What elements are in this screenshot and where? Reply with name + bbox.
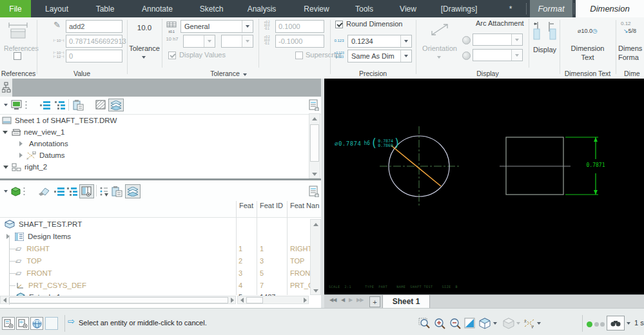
display-state-icon[interactable] [10, 99, 23, 111]
tab-layout[interactable]: Layout [45, 0, 68, 17]
override-value-input[interactable]: 0 [66, 50, 122, 62]
zoom-in-icon[interactable] [434, 318, 446, 330]
tree-columns-icon[interactable] [79, 184, 94, 198]
tab-sketch[interactable]: Sketch [200, 0, 224, 17]
last-sheet-button[interactable]: ▶▶ [356, 297, 363, 303]
drawing-canvas[interactable]: ⌀0.7874 h6 ( 0.78740.7869 ) 0.7871 SCALE… [324, 79, 644, 294]
tree-item-top[interactable]: ▱ TOP [0, 255, 42, 267]
nominal-value-input[interactable]: 0.7871456692913 [66, 35, 122, 48]
tree-item-annotations[interactable]: Annotations [0, 138, 68, 149]
height-dimension[interactable]: 0.7871 [581, 162, 610, 168]
override-value-checkbox[interactable] [14, 52, 21, 60]
collapse-all-icon[interactable] [53, 185, 66, 198]
datum-display-icon[interactable]: xy [523, 318, 536, 329]
minus-tolerance-input[interactable]: -0.1000 [275, 35, 324, 48]
tab-review[interactable]: Review [304, 0, 329, 17]
tree-options-caret[interactable] [4, 104, 8, 106]
tree-item-design-items[interactable]: Design Items [0, 231, 71, 242]
tree-settings-icon[interactable] [307, 99, 320, 111]
round-dimension-checkbox[interactable] [335, 21, 343, 28]
tab-drawings[interactable]: [Drawings] [441, 0, 478, 17]
navigator-tab[interactable] [0, 79, 12, 97]
tab-tools[interactable]: Tools [355, 0, 373, 17]
collapsed-icon[interactable] [19, 141, 23, 146]
tree-scrollbar[interactable] [309, 113, 320, 178]
column-header-feat-name[interactable]: Feat Nan [290, 202, 319, 209]
expand-all-icon[interactable] [66, 185, 79, 198]
tab-file[interactable]: File [0, 0, 31, 17]
tree-item-front[interactable]: ▱ FRONT [0, 267, 52, 279]
tree-item-sheet[interactable]: Sheet 1 of SHAFT_TEST.DRW [0, 115, 117, 126]
collapse-all-icon[interactable] [39, 99, 52, 111]
tree-settings-icon[interactable] [307, 185, 320, 198]
tolerance-precision-select[interactable]: Same As Dim [347, 50, 412, 62]
superscript-checkbox[interactable] [295, 52, 303, 59]
tree-item-view[interactable]: new_view_1 [0, 126, 64, 138]
saved-orientations-icon[interactable] [479, 318, 491, 329]
tree-item-part[interactable]: SHAFT_TEST.PRT [0, 218, 82, 230]
plus-tolerance-input[interactable]: 0.1000 [275, 20, 324, 33]
tab-asterisk[interactable]: * [509, 0, 512, 17]
tree-hscrollbar[interactable] [0, 296, 236, 304]
tree-item-right2[interactable]: right_2 [0, 161, 47, 173]
column-divider[interactable] [287, 201, 288, 295]
tolerance-table-select[interactable]: General [181, 20, 253, 33]
arc-attachment-select-1[interactable] [473, 34, 523, 46]
paste-settings-icon[interactable] [111, 185, 124, 198]
tab-dimension-active[interactable]: Dimension [576, 0, 644, 17]
tree-filter-icon[interactable] [98, 185, 111, 198]
witness-display-button[interactable]: Display [530, 19, 560, 65]
tab-table[interactable]: Table [96, 0, 115, 17]
expand-icon[interactable] [3, 131, 8, 134]
column-divider[interactable] [257, 201, 257, 295]
datum-display-caret[interactable] [537, 322, 541, 325]
display-style-caret[interactable] [516, 322, 520, 325]
saved-orientations-caret[interactable] [493, 322, 497, 325]
model-tree-scrollbar[interactable] [310, 219, 321, 295]
layers-icon[interactable] [125, 184, 141, 198]
tolerance-button[interactable]: 10.0 Tolerance [129, 19, 160, 65]
display-values-checkbox[interactable] [168, 52, 176, 59]
arc-attachment-radio-1[interactable] [462, 36, 471, 44]
tolerance-grade-select[interactable] [221, 35, 253, 48]
column-divider[interactable] [236, 201, 237, 295]
dimension-format-button[interactable]: 0.12 ↘5/8 Dimens Forma [618, 19, 644, 65]
tab-view[interactable]: View [400, 0, 416, 17]
repaint-icon[interactable] [464, 318, 476, 329]
blank-toggle-icon[interactable] [45, 317, 58, 330]
toggle-model-tree-icon[interactable] [2, 317, 15, 330]
decimal-places-select[interactable]: 0.1234 [347, 35, 412, 48]
paste-settings-icon[interactable] [72, 99, 85, 111]
eraser-icon[interactable] [37, 185, 50, 198]
layers-icon[interactable] [108, 99, 124, 111]
tree-item-right[interactable]: ▱ RIGHT [0, 243, 50, 254]
column-header-feat-id[interactable]: Feat ID [260, 202, 283, 209]
panel-splitter[interactable] [0, 178, 321, 180]
display-style-icon[interactable] [503, 318, 515, 329]
tab-annotate[interactable]: Annotate [142, 0, 173, 17]
dimension-name-input[interactable]: add2 [66, 20, 122, 33]
collapsed-icon[interactable] [19, 153, 23, 158]
add-sheet-button[interactable]: + [369, 296, 380, 307]
columns-hscrollbar[interactable] [237, 296, 309, 304]
arc-attachment-select-2[interactable] [473, 49, 523, 61]
arc-attachment-radio-2[interactable] [462, 52, 471, 60]
zoom-out-icon[interactable] [449, 318, 462, 330]
prev-sheet-button[interactable]: ◀ [341, 297, 344, 303]
tab-analysis[interactable]: Analysis [248, 0, 277, 17]
model-icon[interactable] [9, 185, 22, 198]
tolerance-group-label[interactable]: Tolerance [127, 70, 330, 77]
expand-icon[interactable] [3, 166, 8, 169]
toggle-layer-tree-icon[interactable] [16, 317, 29, 330]
search-button[interactable] [607, 316, 625, 330]
tree-item-csys[interactable]: PRT_CSYS_DEF [0, 280, 86, 291]
dimension-text-button[interactable]: ⌀10.0◷ Dimension Text [563, 19, 612, 65]
column-header-feat[interactable]: Feat [239, 202, 253, 209]
tab-format[interactable]: Format [530, 0, 572, 17]
expand-all-icon[interactable] [54, 99, 66, 111]
tolerance-class-select[interactable] [183, 35, 215, 48]
tree-item-datums[interactable]: x Datums [0, 149, 65, 161]
zoom-box-icon[interactable] [418, 318, 431, 330]
sheet-tab-active[interactable]: Sheet 1 [382, 295, 430, 308]
browser-icon[interactable] [30, 317, 43, 330]
